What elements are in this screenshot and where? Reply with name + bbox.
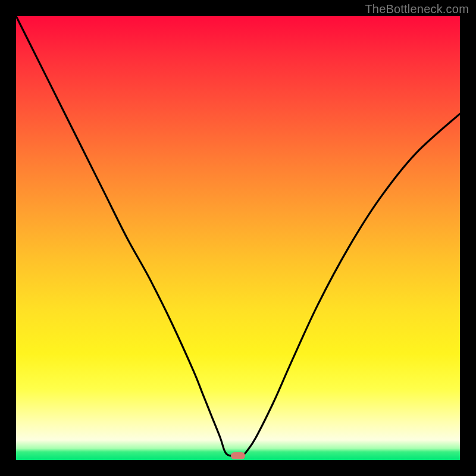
bottleneck-curve <box>16 16 460 456</box>
chart-frame: TheBottleneck.com <box>0 0 476 476</box>
bottleneck-curve-svg <box>16 16 460 460</box>
watermark-text: TheBottleneck.com <box>365 2 469 16</box>
optimal-marker <box>231 452 245 459</box>
